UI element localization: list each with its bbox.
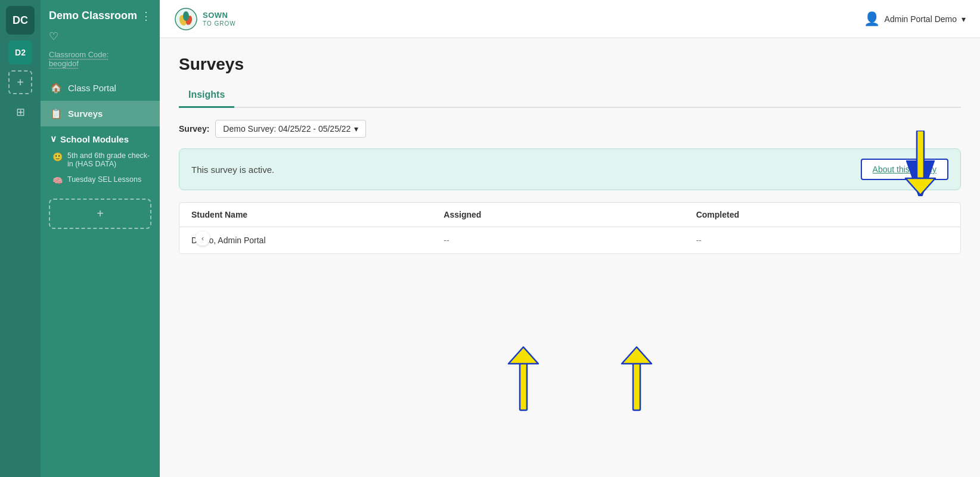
completed-cell: -- — [696, 236, 948, 245]
table-header: Student Name Assigned Completed — [179, 203, 960, 227]
assigned-cell: -- — [444, 236, 696, 245]
sidebar-item-surveys[interactable]: 📋 Surveys — [41, 101, 160, 126]
favorite-button[interactable]: ♡ — [41, 27, 160, 48]
classroom-code-section: Classroom Code: beogidof — [41, 48, 160, 75]
arrow-up-assigned-annotation — [500, 346, 547, 411]
sidebar-more-button[interactable]: ⋮ — [141, 10, 151, 23]
svg-marker-12 — [622, 347, 652, 364]
logo-name: SOWN — [203, 11, 236, 20]
logo: SOWN TO GROW — [174, 7, 236, 31]
heart-icon: ♡ — [49, 30, 58, 42]
module-checkin-label: 5th and 6th grade check-in (HAS DATA) — [67, 151, 151, 168]
module-item-sel[interactable]: 🧠 Tuesday SEL Lessons — [41, 172, 160, 189]
school-modules-section[interactable]: ∨ School Modules — [41, 126, 160, 148]
grid-icon: ⊞ — [16, 106, 25, 119]
survey-dropdown[interactable]: Demo Survey: 04/25/22 - 05/25/22 ▾ — [215, 120, 366, 138]
svg-rect-11 — [633, 363, 640, 410]
surveys-icon: 📋 — [50, 108, 62, 119]
arrow-up-completed-annotation — [613, 346, 660, 411]
plus-icon: + — [97, 207, 104, 220]
page-title: Surveys — [179, 55, 961, 74]
chevron-down-icon: ∨ — [50, 134, 57, 144]
school-modules-label: School Modules — [60, 134, 129, 144]
tabs-bar: Insights — [179, 83, 961, 108]
module-sel-label: Tuesday SEL Lessons — [67, 175, 141, 184]
home-icon: 🏠 — [50, 82, 62, 94]
main-content: SOWN TO GROW 👤 Admin Portal Demo ▾ Surve… — [160, 0, 980, 477]
user-menu[interactable]: 👤 Admin Portal Demo ▾ — [864, 11, 966, 27]
sidebar: Demo Classroom ⋮ ♡ Classroom Code: beogi… — [41, 0, 160, 477]
class-portal-label: Class Portal — [68, 83, 116, 93]
col-student-name: Student Name — [191, 210, 444, 219]
classroom-name: Demo Classroom — [49, 10, 137, 23]
sidebar-header: Demo Classroom ⋮ — [41, 0, 160, 27]
survey-table: Student Name Assigned Completed Demo, Ad… — [179, 202, 961, 254]
svg-marker-10 — [508, 347, 538, 364]
user-name: Admin Portal Demo — [885, 14, 957, 24]
app-logo-initials: DC — [6, 6, 35, 35]
col-completed: Completed — [696, 210, 948, 219]
survey-filter-label: Survey: — [179, 124, 209, 134]
chevron-left-icon: ‹ — [201, 234, 204, 243]
banner-text: This survey is active. — [191, 165, 274, 175]
col-assigned: Assigned — [444, 210, 696, 219]
dropdown-chevron-icon: ▾ — [354, 124, 358, 134]
student-name-cell: Demo, Admin Portal — [191, 236, 444, 245]
brain-icon: 🧠 — [52, 176, 63, 185]
tab-insights[interactable]: Insights — [179, 83, 234, 108]
svg-rect-9 — [520, 363, 527, 410]
dropdown-icon: ▾ — [962, 14, 966, 24]
classroom-code-label: Classroom Code: — [49, 50, 151, 59]
add-classroom-button[interactable]: + — [8, 70, 32, 94]
account-icon: 👤 — [864, 11, 880, 27]
survey-filter-row: Survey: Demo Survey: 04/25/22 - 05/25/22… — [179, 120, 961, 138]
classroom-code-value: beogidof — [49, 59, 151, 68]
logo-icon — [174, 7, 198, 31]
add-module-button[interactable]: + — [49, 199, 151, 229]
survey-dropdown-value: Demo Survey: 04/25/22 - 05/25/22 — [223, 124, 351, 134]
grid-view-button[interactable]: ⊞ — [8, 100, 32, 124]
logo-sub: TO GROW — [203, 20, 236, 27]
content-area: Surveys Insights Survey: Demo Survey: 04… — [160, 38, 980, 477]
icon-bar: DC D2 + ⊞ — [0, 0, 41, 477]
module-item-checkin[interactable]: 🙂 5th and 6th grade check-in (HAS DATA) — [41, 148, 160, 172]
sidebar-item-class-portal[interactable]: 🏠 Class Portal — [41, 75, 160, 101]
about-survey-button[interactable]: About this survey — [861, 159, 948, 180]
topbar: SOWN TO GROW 👤 Admin Portal Demo ▾ — [160, 0, 980, 38]
smiley-icon: 🙂 — [52, 152, 63, 162]
table-row: Demo, Admin Portal -- -- — [179, 227, 960, 253]
survey-banner: This survey is active. About this survey — [179, 148, 961, 190]
classroom-d2-button[interactable]: D2 — [8, 41, 32, 64]
surveys-label: Surveys — [68, 109, 103, 119]
sidebar-collapse-button[interactable]: ‹ — [196, 231, 210, 246]
svg-point-3 — [183, 11, 189, 21]
